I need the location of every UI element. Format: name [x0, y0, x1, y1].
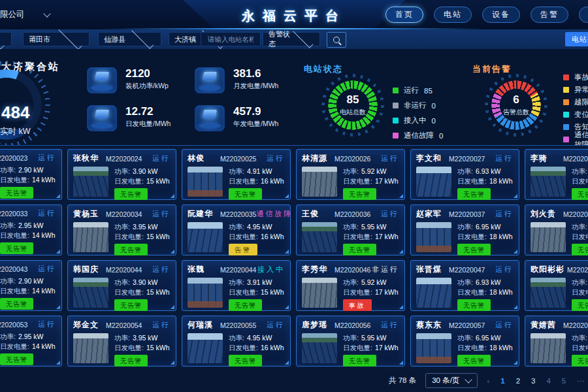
- station-card[interactable]: M22020053 运行 功率:2.95 kW 日发电量:14 kWh 无告警: [0, 316, 62, 367]
- power-value: 3.91 kW: [247, 278, 272, 286]
- power-label: 功率:: [343, 167, 359, 175]
- nav-item-设备[interactable]: 设备: [482, 7, 520, 23]
- station-photo: [416, 278, 451, 308]
- alarm-badge: 无告警: [457, 188, 491, 200]
- station-photo: [73, 278, 108, 308]
- station-name: 唐梦瑶: [302, 319, 332, 331]
- station-id: M22020034: [106, 210, 142, 218]
- legend-swatch: [393, 103, 399, 108]
- station-card[interactable]: 欧阳彬彬 M2202004 功率:7.94 kW 日发电量: 无告警: [525, 260, 588, 311]
- alarm-badge: 无告警: [0, 298, 33, 310]
- station-photo: [73, 222, 108, 252]
- station-card[interactable]: 刘火贵 M2202003 功率:7.95 kW 日发电量: 无告警: [525, 204, 588, 255]
- station-card[interactable]: M22020033 运行 功率:2.95 kW 日发电量:14 kWh 无告警: [0, 204, 62, 255]
- power-value: 6.93 kW: [476, 167, 501, 175]
- station-card[interactable]: M22020043 运行 功率:2.90 kW 日发电量:14 kWh 无告警: [0, 260, 62, 311]
- company-select[interactable]: 限公司: [0, 9, 50, 20]
- prev-page-button[interactable]: ‹: [487, 377, 489, 385]
- station-name: 林俊: [188, 153, 218, 164]
- nav-item-告警[interactable]: 告警: [531, 7, 568, 23]
- page-number-⋯[interactable]: ⋯: [577, 376, 585, 385]
- station-card[interactable]: 何瑞溪 M22020055 运行 功率:4.95 kW 日发电量:16 kWh …: [182, 316, 291, 367]
- station-search-input[interactable]: [206, 35, 255, 44]
- legend-item: 变位0: [563, 108, 588, 121]
- station-card[interactable]: 林俊 M22020025 运行 功率:4.91 kW 日发电量:16 kWh 无…: [182, 149, 291, 200]
- station-card[interactable]: 李文和 M22020027 运行 功率:6.93 kW 日发电量:18 kWh …: [410, 149, 519, 200]
- station-card[interactable]: 李骑 M2202002 功率:7.94 kW 日发电量: 无告警: [525, 149, 588, 200]
- daily-energy-value: 16 kWh: [261, 344, 284, 351]
- daily-energy-value: 14 kWh: [32, 287, 56, 295]
- station-status-badge: 运行: [267, 320, 285, 330]
- alarm-badge: 无告警: [457, 355, 491, 367]
- station-card[interactable]: 蔡东东 M22020057 运行 功率:6.95 kW 日发电量:18 kWh …: [410, 316, 519, 367]
- nav-item-电站[interactable]: 电站: [434, 7, 472, 23]
- page-size-select[interactable]: 30 条/页: [425, 373, 478, 388]
- station-card[interactable]: 黄杨玉 M22020034 运行 功率:3.95 kW 日发电量:15 kWh …: [67, 204, 176, 255]
- legend-value: 0: [439, 132, 443, 140]
- power-value: 6.93 kW: [476, 278, 501, 286]
- legend-value: 85: [424, 87, 433, 95]
- station-card[interactable]: 林清源 M22020026 运行 功率:5.92 kW 日发电量:17 kWh …: [296, 149, 405, 200]
- chevron-down-icon: [293, 28, 313, 48]
- station-id: M2202004: [567, 266, 588, 274]
- station-card[interactable]: 张秋华 M22020024 运行 功率:3.90 kW 日发电量:15 kWh …: [67, 149, 176, 200]
- chevron-down-icon: [131, 27, 154, 49]
- kpi-value: 381.6: [233, 67, 278, 80]
- station-card[interactable]: 韩国庆 M22020044 运行 功率:3.90 kW 日发电量:15 kWh …: [67, 260, 176, 311]
- daily-energy-label: 日发电量:: [0, 231, 29, 239]
- station-card[interactable]: 王俊 M22020036 运行 功率:5.95 kW 日发电量:17 kWh 无…: [296, 204, 405, 255]
- station-name: 李骑: [531, 153, 561, 164]
- county-select[interactable]: 仙游县: [98, 32, 161, 46]
- legend-swatch: [563, 74, 569, 80]
- station-card[interactable]: 张晋煤 M22020047 运行 功率:6.93 kW 日发电量:18 kWh …: [410, 260, 519, 311]
- page-number-1[interactable]: 1: [500, 377, 504, 385]
- page-number-3[interactable]: 3: [531, 377, 535, 385]
- legend-label: 通信故障: [404, 131, 434, 140]
- alarm-status-select[interactable]: 告警状态: [263, 32, 320, 46]
- page-number-2[interactable]: 2: [516, 377, 520, 385]
- station-name: 赵家军: [416, 208, 446, 220]
- station-photo: [416, 333, 451, 363]
- legend-item: 事故2: [563, 71, 588, 84]
- power-label: 功率:: [229, 167, 244, 175]
- station-card[interactable]: 赵家军 M22020037 运行 功率:6.95 kW 日发电量:18 kWh …: [410, 204, 519, 255]
- daily-energy-label: 日发电量:: [572, 233, 588, 240]
- alarm-badge: 无告警: [0, 242, 33, 254]
- power-value: 2.90 kW: [18, 277, 44, 285]
- legend-item: 通信故障0: [393, 128, 443, 143]
- page-number-5[interactable]: 5: [562, 377, 566, 385]
- station-card[interactable]: 唐梦瑶 M22020056 运行 功率:5.95 kW 日发电量:17 kWh …: [296, 316, 405, 367]
- page-number-4[interactable]: 4: [546, 377, 550, 385]
- power-label: 功率:: [229, 278, 244, 286]
- station-name: 欧阳彬彬: [531, 264, 564, 275]
- kpi-value: 2120: [125, 67, 169, 80]
- district-select[interactable]: [0, 32, 12, 46]
- search-button[interactable]: [327, 32, 346, 48]
- station-name: 张魏: [188, 264, 218, 275]
- daily-energy-label: 日发电量:: [114, 177, 144, 185]
- station-id: M22020024: [106, 155, 142, 163]
- station-card[interactable]: 黄婧茜 M2202005 功率:7.95 kW 日发电量: 无告警: [525, 316, 588, 367]
- daily-energy-label: 日发电量:: [229, 177, 258, 185]
- station-status-donut: 85 电站总数: [321, 74, 384, 137]
- alarm-badge: 无告警: [229, 299, 262, 311]
- monthly-energy-icon: [195, 67, 225, 93]
- station-search-field: [201, 32, 261, 46]
- power-label: 功率:: [114, 334, 130, 342]
- station-status-badge: 运行: [38, 319, 56, 329]
- city-select[interactable]: 莆田市: [23, 32, 90, 46]
- power-label: 功率:: [0, 277, 16, 285]
- daily-energy-label: 日发电量:: [114, 233, 144, 240]
- station-id: M2202005: [563, 321, 588, 329]
- station-card[interactable]: 阮建华 M22020035 通信故障 功率:4.95 kW 日发电量:16 kW…: [182, 204, 291, 255]
- nav-item-效[interactable]: 效: [579, 7, 588, 23]
- station-card[interactable]: 张魏 M22020044 接入中 功率:3.91 kW 日发电量:15 kWh …: [182, 260, 291, 311]
- station-card[interactable]: M22020023 运行 功率:2.90 kW 日发电量:14 kWh 无告警: [0, 149, 62, 200]
- station-status-badge: 运行: [38, 208, 56, 218]
- station-list-button[interactable]: 电站列: [565, 32, 588, 46]
- station-card[interactable]: 李秀华 M22020046 非运行 功率:5.92 kW 日发电量:17 kWh…: [296, 260, 405, 311]
- chevron-down-icon: [0, 27, 4, 49]
- nav-item-首页[interactable]: 首页: [385, 7, 423, 23]
- station-card[interactable]: 郑金文 M22020054 运行 功率:3.95 kW 日发电量:15 kWh …: [67, 316, 176, 367]
- station-id: M22020037: [449, 210, 485, 218]
